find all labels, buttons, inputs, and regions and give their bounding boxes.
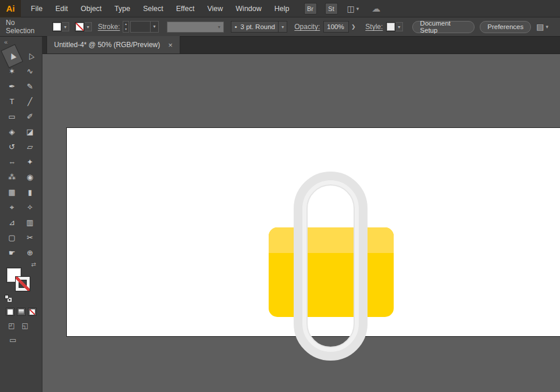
scale-tool[interactable]: ▱ (21, 140, 39, 154)
document-tab-title: Untitled-4* @ 50% (RGB/Preview) (54, 41, 160, 49)
menu-object[interactable]: Object (74, 0, 108, 17)
lasso-tool[interactable]: ∿ (21, 64, 39, 79)
chevron-down-icon[interactable]: ▾ (150, 22, 158, 32)
brush-definition-combo[interactable]: • 3 pt. Round ▾ (231, 21, 287, 33)
arrange-documents-icon: ▤ (536, 22, 544, 31)
shaper-tool[interactable]: ✧ (21, 200, 39, 215)
gradient-button[interactable] (17, 308, 26, 316)
shape-builder-tool[interactable]: ◈ (3, 124, 21, 139)
chevron-down-icon[interactable]: ▾ (215, 24, 223, 30)
artboard-tool[interactable]: ▢ (3, 230, 21, 245)
draw-normal-icon[interactable]: ◰ (8, 322, 15, 330)
screen-mode-row: ▭ (9, 336, 42, 344)
opacity-label[interactable]: Opacity: (294, 23, 320, 31)
menu-view[interactable]: View (201, 0, 229, 17)
symbol-sprayer-tool[interactable]: ⁂ (3, 170, 21, 184)
stroke-color-combo[interactable]: ▾ (75, 22, 92, 31)
stroke-proxy-swatch[interactable] (16, 277, 30, 291)
screen-mode-icon[interactable]: ▭ (9, 336, 16, 344)
column-graph-tool[interactable]: ▥ (21, 215, 39, 230)
lock-body-highlight[interactable] (269, 227, 394, 253)
fill-stroke-indicator: ⇄ (7, 267, 34, 297)
none-button[interactable] (28, 308, 37, 316)
drawing-modes-row: ◰ ◱ (8, 322, 42, 330)
menu-window[interactable]: Window (229, 0, 267, 17)
hand-tool[interactable]: ☛ (3, 245, 21, 260)
menu-select[interactable]: Select (137, 0, 170, 17)
workspace-switcher[interactable]: ◫ ▾ (347, 4, 359, 13)
slice-tool[interactable]: ✂ (21, 230, 39, 245)
stroke-label[interactable]: Stroke: (98, 23, 120, 31)
menu-bar: Ai File Edit Object Type Select Effect V… (0, 0, 560, 17)
stepper-up-icon[interactable]: ▴ (123, 22, 129, 27)
free-transform-tool[interactable]: ✦ (21, 155, 39, 169)
chevron-down-icon[interactable]: ▾ (62, 22, 69, 31)
style-label[interactable]: Style: (365, 23, 383, 31)
magic-wand-tool[interactable]: ✶ (3, 64, 21, 79)
color-button[interactable] (6, 308, 15, 316)
arrange-documents-combo[interactable]: ▤ ▾ (536, 22, 548, 31)
zoom-tool[interactable]: ⊕ (21, 245, 39, 260)
brush-definition-value[interactable]: • 3 pt. Round (231, 21, 279, 33)
menu-file[interactable]: File (24, 0, 49, 17)
mesh-tool[interactable]: ▦ (3, 185, 21, 199)
rectangle-tool[interactable]: ▭ (3, 109, 21, 124)
eraser-tool[interactable]: ◪ (21, 124, 39, 139)
color-mode-row (6, 308, 42, 316)
chevron-down-icon: ▾ (545, 24, 548, 30)
swap-fill-stroke-icon[interactable]: ⇄ (31, 261, 36, 268)
none-slash-icon (16, 277, 30, 291)
fill-color-combo[interactable]: ▾ (52, 22, 69, 31)
draw-behind-icon[interactable]: ◱ (22, 322, 28, 330)
workspace-icon: ◫ (347, 4, 355, 13)
document-tab[interactable]: Untitled-4* @ 50% (RGB/Preview) × (47, 36, 180, 54)
eyedropper-tool[interactable]: ⌖ (3, 200, 21, 215)
chevron-down-icon[interactable]: ▾ (395, 22, 403, 31)
type-tool[interactable]: T (3, 94, 21, 109)
gradient-tool[interactable]: ▮ (21, 185, 39, 199)
fill-color-swatch[interactable] (52, 22, 62, 31)
none-slash-icon (76, 23, 84, 31)
perspective-grid-tool[interactable]: ⊿ (3, 215, 21, 230)
stroke-color-swatch[interactable] (75, 22, 84, 31)
color-icon (8, 309, 13, 315)
style-swatch[interactable] (386, 22, 395, 31)
lock-artwork[interactable] (42, 54, 560, 392)
document-setup-button[interactable]: Document Setup (412, 21, 475, 33)
menu-edit[interactable]: Edit (49, 0, 74, 17)
tools-grid: ▶ ▷ ✶ ∿ ✒ ✎ T ╱ ▭ ✐ ◈ ◪ ↺ ▱ ⇔ ✦ ⁂ ◉ ▦ ▮ … (3, 49, 39, 260)
creative-cloud-sync-icon[interactable]: ☁ (372, 3, 380, 14)
blend-tool[interactable]: ◉ (21, 170, 39, 184)
collapse-panel-icon[interactable]: « (0, 37, 42, 47)
brush-name: 3 pt. Round (241, 23, 275, 30)
graphic-style-combo[interactable]: ▾ (386, 22, 403, 31)
chevron-down-icon[interactable]: ▾ (279, 21, 287, 33)
bridge-button[interactable]: Br (304, 3, 317, 15)
variable-width-profile-combo[interactable]: ▾ (167, 22, 224, 33)
rotate-tool[interactable]: ↺ (3, 140, 21, 154)
paintbrush-tool[interactable]: ✐ (21, 109, 39, 124)
stroke-width-combo[interactable]: ▾ (130, 21, 159, 33)
line-segment-tool[interactable]: ╱ (21, 94, 39, 109)
tool-panel: « ▶ ▷ ✶ ∿ ✒ ✎ T ╱ ▭ ✐ ◈ ◪ ↺ ▱ ⇔ ✦ ⁂ ◉ ▦ … (0, 37, 42, 392)
menu-type[interactable]: Type (108, 0, 137, 17)
preferences-button[interactable]: Preferences (480, 21, 531, 33)
default-fill-stroke-icon[interactable] (5, 295, 12, 302)
opacity-flyout-icon[interactable]: ❯ (349, 24, 357, 30)
stepper-down-icon[interactable]: ▾ (123, 27, 129, 32)
document-tab-bar: Untitled-4* @ 50% (RGB/Preview) × (42, 37, 560, 54)
width-tool[interactable]: ⇔ (3, 155, 21, 169)
menu-effect[interactable]: Effect (170, 0, 201, 17)
none-slash-icon (30, 309, 35, 315)
menu-help[interactable]: Help (268, 0, 296, 17)
curvature-tool[interactable]: ✎ (21, 79, 39, 94)
canvas[interactable] (42, 54, 560, 392)
close-icon[interactable]: × (168, 41, 173, 49)
stroke-width-stepper[interactable]: ▴ ▾ (123, 21, 129, 33)
pen-tool[interactable]: ✒ (3, 79, 21, 94)
stock-button[interactable]: St (325, 3, 338, 15)
brush-dot-icon: • (235, 23, 237, 30)
none-icon (30, 309, 35, 315)
opacity-input[interactable]: 100% (323, 21, 349, 33)
chevron-down-icon[interactable]: ▾ (84, 22, 92, 31)
